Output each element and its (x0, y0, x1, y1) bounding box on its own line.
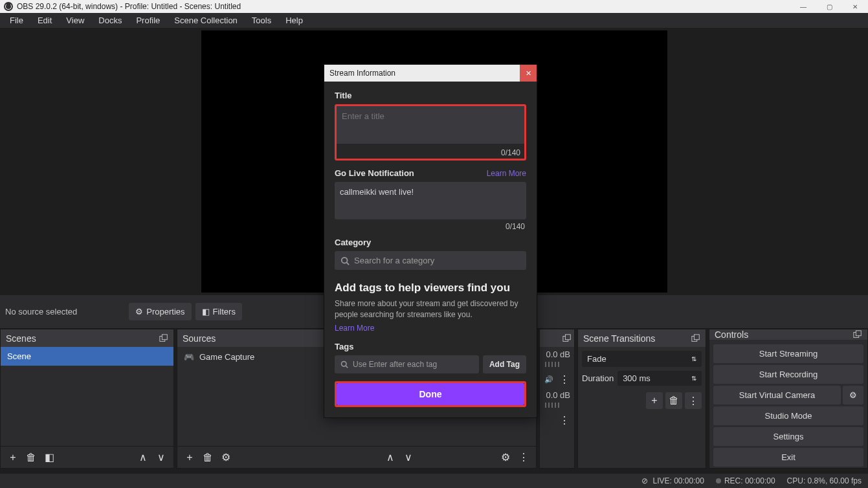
category-input[interactable]: Search for a category (335, 251, 526, 270)
notification-value: callmeikki went live! (340, 187, 414, 197)
svg-point-12 (342, 257, 348, 263)
menu-docks[interactable]: Docks (91, 13, 129, 28)
svg-line-13 (347, 262, 350, 265)
done-highlight: Done (335, 381, 526, 407)
title-highlight: 0/140 (335, 104, 526, 161)
audio-db-1: 0.0 dB (546, 349, 570, 359)
svg-rect-7 (565, 334, 570, 339)
status-bar: ⊘LIVE: 00:00:00 REC: 00:00:00 CPU: 0.8%,… (0, 474, 868, 488)
exit-button[interactable]: Exit (713, 448, 863, 467)
menu-view[interactable]: View (59, 13, 91, 28)
tags-placeholder: Use Enter after each tag (353, 360, 437, 369)
audio-options-1[interactable]: ⋮ (559, 373, 570, 385)
svg-rect-11 (856, 331, 861, 336)
transition-menu-button[interactable]: ⋮ (685, 392, 702, 409)
maximize-button[interactable]: ▢ (816, 0, 842, 13)
settings-button[interactable]: Settings (713, 427, 863, 446)
transition-select[interactable]: Fade ⇅ (582, 351, 702, 367)
popout-icon[interactable] (159, 334, 168, 343)
network-icon: ⊘ (640, 476, 649, 485)
popout-icon[interactable] (853, 330, 862, 339)
delete-source-button[interactable]: 🗑 (199, 449, 216, 466)
scene-item[interactable]: Scene (1, 347, 173, 366)
title-counter: 0/140 (337, 146, 524, 159)
title-label: Title (335, 91, 526, 100)
dialog-title: Stream Information (329, 69, 395, 78)
transitions-dock: Scene Transitions Fade ⇅ Duration 300 ms… (577, 329, 706, 469)
close-window-button[interactable]: ✕ (842, 0, 868, 13)
tags-learn-more-link[interactable]: Learn More (335, 324, 374, 333)
spinner-icon: ⇅ (691, 375, 696, 382)
virtual-camera-settings-button[interactable]: ⚙ (843, 386, 863, 405)
window-title: OBS 29.0.2 (64-bit, windows) - Profile: … (17, 2, 241, 11)
search-icon (340, 256, 350, 265)
start-streaming-button[interactable]: Start Streaming (713, 344, 863, 363)
svg-point-14 (342, 361, 347, 366)
delete-transition-button[interactable]: 🗑 (665, 392, 682, 409)
audio-db-2: 0.0 dB (546, 390, 570, 400)
notification-input[interactable]: callmeikki went live! (335, 182, 526, 219)
source-settings-button[interactable]: ⚙ (217, 449, 234, 466)
category-placeholder: Search for a category (354, 256, 434, 265)
menu-file[interactable]: File (3, 13, 30, 28)
source-item-label: Game Capture (199, 352, 254, 362)
menu-tools[interactable]: Tools (245, 13, 278, 28)
filters-label: Filters (213, 307, 236, 316)
tags-headline: Add tags to help viewers find you (335, 282, 526, 294)
audio-options-2[interactable]: ⋮ (559, 414, 570, 426)
notification-learn-more-link[interactable]: Learn More (487, 169, 526, 178)
mixer-menu-button[interactable]: ⋮ (515, 449, 532, 466)
scenes-title: Scenes (6, 333, 36, 344)
done-button[interactable]: Done (337, 383, 524, 405)
menu-help[interactable]: Help (278, 13, 310, 28)
scene-filter-button[interactable]: ◧ (41, 449, 58, 466)
sources-title: Sources (183, 333, 216, 344)
notification-counter: 0/140 (335, 219, 526, 238)
properties-label: Properties (146, 307, 184, 316)
add-scene-button[interactable]: + (5, 449, 21, 466)
add-source-button[interactable]: + (181, 449, 198, 466)
start-recording-button[interactable]: Start Recording (713, 365, 863, 384)
rec-dot-icon (716, 478, 721, 483)
tags-description: Share more about your stream and get dis… (335, 298, 526, 320)
properties-button[interactable]: ⚙ Properties (129, 303, 191, 320)
start-virtual-camera-button[interactable]: Start Virtual Camera (713, 386, 841, 405)
popout-icon[interactable] (562, 334, 572, 343)
transition-value: Fade (587, 354, 606, 364)
audio-mixer-dock: 0.0 dB 🔊⋮ 0.0 dB ⋮ (539, 329, 575, 469)
live-status: LIVE: 00:00:00 (652, 476, 704, 485)
popout-icon[interactable] (691, 334, 700, 343)
gear-icon: ⚙ (135, 307, 143, 316)
mute-icon[interactable]: 🔊 (544, 375, 553, 384)
transitions-title: Scene Transitions (583, 333, 655, 344)
svg-line-15 (346, 366, 348, 368)
delete-scene-button[interactable]: 🗑 (23, 449, 39, 466)
menu-bar: File Edit View Docks Profile Scene Colle… (0, 13, 868, 28)
duration-label: Duration (582, 373, 614, 383)
source-up-button[interactable]: ∧ (382, 449, 399, 466)
studio-mode-button[interactable]: Studio Mode (713, 406, 863, 425)
filters-button[interactable]: ◧ Filters (195, 303, 242, 320)
source-down-button[interactable]: ∨ (400, 449, 417, 466)
category-label: Category (335, 238, 526, 247)
menu-edit[interactable]: Edit (30, 13, 59, 28)
cpu-status: CPU: 0.8%, 60.00 fps (787, 476, 862, 485)
tags-input[interactable]: Use Enter after each tag (335, 355, 479, 373)
menu-profile[interactable]: Profile (129, 13, 167, 28)
scene-down-button[interactable]: ∨ (153, 449, 170, 466)
source-status-label: No source selected (5, 307, 77, 316)
duration-field[interactable]: 300 ms ⇅ (618, 371, 702, 386)
title-input[interactable] (337, 106, 524, 144)
mixer-gear-button[interactable]: ⚙ (497, 449, 514, 466)
controls-title: Controls (715, 329, 748, 340)
menu-scene-collection[interactable]: Scene Collection (167, 13, 245, 28)
minimize-button[interactable]: — (790, 0, 816, 13)
scenes-dock: Scenes Scene + 🗑 ◧ ∧ ∨ (0, 329, 174, 469)
filter-icon: ◧ (202, 307, 210, 316)
add-transition-button[interactable]: + (646, 392, 663, 409)
audio-meter-1 (540, 362, 574, 371)
svg-rect-9 (694, 334, 699, 339)
add-tag-button[interactable]: Add Tag (483, 355, 526, 373)
dialog-close-button[interactable]: ✕ (520, 65, 537, 82)
scene-up-button[interactable]: ∧ (135, 449, 151, 466)
